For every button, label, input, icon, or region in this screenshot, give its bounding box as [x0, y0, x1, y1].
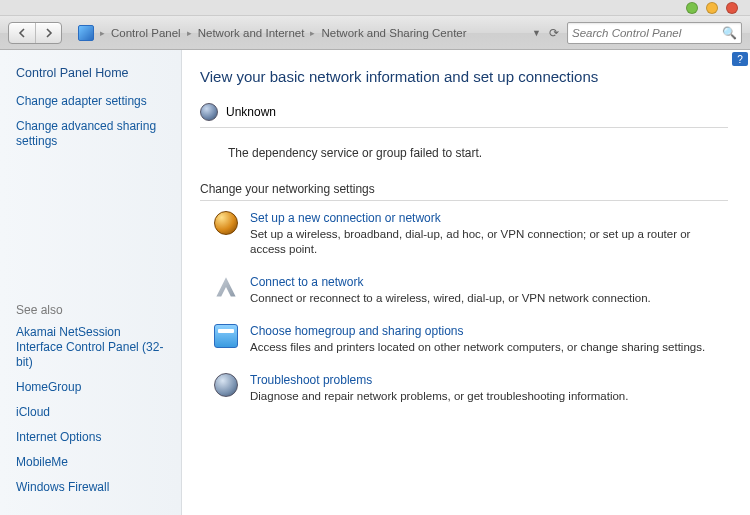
forward-button[interactable] — [35, 23, 61, 43]
window-zoom-button[interactable] — [706, 2, 718, 14]
section-header: Change your networking settings — [200, 182, 728, 201]
address-dropdown-button[interactable]: ▼ — [532, 28, 541, 38]
option-troubleshoot: Troubleshoot problems Diagnose and repai… — [200, 373, 728, 404]
option-link-homegroup[interactable]: Choose homegroup and sharing options — [250, 324, 705, 338]
sidebar-spacer — [16, 159, 169, 303]
help-button[interactable]: ? — [732, 52, 748, 66]
sidebar-link-advanced-sharing[interactable]: Change advanced sharing settings — [16, 119, 169, 149]
sidebar-link-adapter[interactable]: Change adapter settings — [16, 94, 169, 109]
chevron-right-icon — [44, 28, 54, 38]
error-message: The dependency service or group failed t… — [228, 146, 728, 160]
content: Control Panel Home Change adapter settin… — [0, 50, 750, 515]
option-link-troubleshoot[interactable]: Troubleshoot problems — [250, 373, 628, 387]
seealso-link-icloud[interactable]: iCloud — [16, 405, 169, 420]
main-panel: ? View your basic network information an… — [182, 50, 750, 515]
connect-network-icon — [214, 275, 238, 299]
page-title: View your basic network information and … — [200, 68, 728, 85]
option-link-setup-connection[interactable]: Set up a new connection or network — [250, 211, 728, 225]
breadcrumb: ▸ Control Panel ▸ Network and Internet ▸… — [78, 25, 526, 41]
option-link-connect-network[interactable]: Connect to a network — [250, 275, 651, 289]
seealso-link-akamai[interactable]: Akamai NetSession Interface Control Pane… — [16, 325, 169, 370]
network-status-label: Unknown — [226, 105, 276, 119]
setup-connection-icon — [214, 211, 238, 235]
chevron-left-icon — [17, 28, 27, 38]
toolbar: ▸ Control Panel ▸ Network and Internet ▸… — [0, 16, 750, 50]
refresh-button[interactable]: ⟳ — [549, 26, 559, 40]
option-connect-network: Connect to a network Connect or reconnec… — [200, 275, 728, 306]
nav-buttons — [8, 22, 62, 44]
chevron-right-icon: ▸ — [310, 28, 315, 38]
troubleshoot-icon — [214, 373, 238, 397]
chevron-right-icon: ▸ — [187, 28, 192, 38]
breadcrumb-item[interactable]: Network and Sharing Center — [321, 27, 466, 39]
sidebar-home-link[interactable]: Control Panel Home — [16, 66, 169, 80]
seealso-link-mobileme[interactable]: MobileMe — [16, 455, 169, 470]
chevron-right-icon: ▸ — [100, 28, 105, 38]
control-panel-icon[interactable] — [78, 25, 94, 41]
breadcrumb-item[interactable]: Control Panel — [111, 27, 181, 39]
search-icon[interactable]: 🔍 — [722, 26, 737, 40]
network-status-row: Unknown — [200, 103, 728, 128]
option-desc: Access files and printers located on oth… — [250, 340, 705, 355]
window-controls-row — [0, 0, 750, 16]
option-desc: Set up a wireless, broadband, dial-up, a… — [250, 227, 728, 257]
globe-icon — [200, 103, 218, 121]
back-button[interactable] — [9, 23, 35, 43]
option-desc: Connect or reconnect to a wireless, wire… — [250, 291, 651, 306]
window-minimize-button[interactable] — [686, 2, 698, 14]
homegroup-icon — [214, 324, 238, 348]
sidebar: Control Panel Home Change adapter settin… — [0, 50, 182, 515]
breadcrumb-item[interactable]: Network and Internet — [198, 27, 305, 39]
toolbar-right: ▼ ⟳ 🔍 — [532, 22, 742, 44]
window-close-button[interactable] — [726, 2, 738, 14]
option-homegroup: Choose homegroup and sharing options Acc… — [200, 324, 728, 355]
search-input[interactable] — [572, 27, 722, 39]
seealso-link-homegroup[interactable]: HomeGroup — [16, 380, 169, 395]
seealso-header: See also — [16, 303, 169, 317]
seealso-link-windows-firewall[interactable]: Windows Firewall — [16, 480, 169, 495]
seealso-link-internet-options[interactable]: Internet Options — [16, 430, 169, 445]
option-setup-connection: Set up a new connection or network Set u… — [200, 211, 728, 257]
search-box[interactable]: 🔍 — [567, 22, 742, 44]
option-desc: Diagnose and repair network problems, or… — [250, 389, 628, 404]
